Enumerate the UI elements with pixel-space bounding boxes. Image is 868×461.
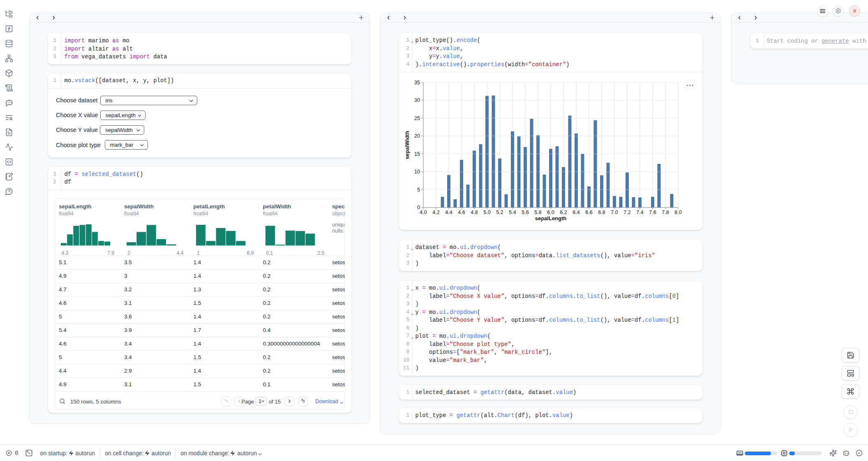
- svg-text:20: 20: [414, 133, 420, 139]
- svg-text:4.2: 4.2: [432, 210, 439, 215]
- svg-text:25: 25: [414, 115, 420, 121]
- svg-text:35: 35: [414, 80, 420, 85]
- svg-text:6.6: 6.6: [585, 210, 592, 215]
- svg-text:5: 5: [417, 187, 420, 193]
- svg-text:5.0: 5.0: [483, 210, 490, 215]
- svg-text:7.8: 7.8: [662, 210, 669, 215]
- svg-text:4.6: 4.6: [458, 210, 465, 215]
- svg-text:7.0: 7.0: [611, 210, 618, 215]
- svg-text:8.0: 8.0: [674, 210, 681, 215]
- svg-text:sepalWidth: sepalWidth: [404, 131, 410, 159]
- svg-text:5.2: 5.2: [496, 210, 503, 215]
- svg-text:4.8: 4.8: [471, 210, 478, 215]
- svg-text:sepalLength: sepalLength: [535, 215, 567, 221]
- svg-text:4.4: 4.4: [445, 210, 452, 215]
- svg-text:4.0: 4.0: [420, 210, 427, 215]
- svg-text:7.6: 7.6: [649, 210, 656, 215]
- svg-text:30: 30: [414, 97, 420, 103]
- svg-text:6.8: 6.8: [598, 210, 605, 215]
- svg-text:6.0: 6.0: [547, 210, 554, 215]
- svg-text:6.2: 6.2: [560, 210, 567, 215]
- svg-text:5.6: 5.6: [522, 210, 529, 215]
- svg-text:5.8: 5.8: [534, 210, 541, 215]
- svg-text:7.4: 7.4: [636, 210, 643, 215]
- svg-text:5.4: 5.4: [509, 210, 516, 215]
- svg-text:6.4: 6.4: [573, 210, 579, 215]
- svg-text:7.2: 7.2: [623, 210, 630, 215]
- svg-text:15: 15: [414, 151, 420, 157]
- svg-text:10: 10: [414, 169, 420, 175]
